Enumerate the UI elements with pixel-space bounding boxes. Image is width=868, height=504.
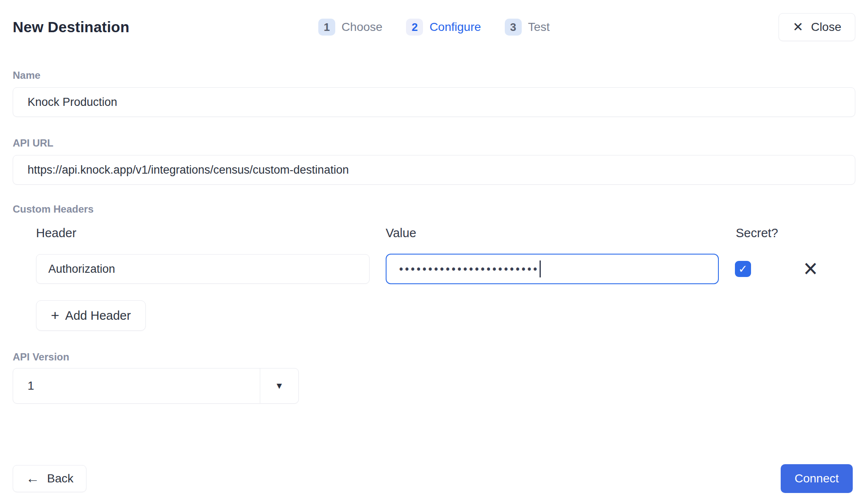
custom-header-row: •••••••••••••••••••••••• ✓ ✕ [36, 254, 855, 284]
connect-button[interactable]: Connect [781, 464, 853, 493]
step-test[interactable]: 3 Test [505, 19, 550, 36]
masked-secret-value: •••••••••••••••••••••••• [399, 264, 539, 274]
step-configure[interactable]: 2 Configure [406, 19, 481, 36]
remove-header-icon[interactable]: ✕ [803, 259, 818, 279]
back-button-label: Back [47, 472, 73, 485]
column-header-secret: Secret? [735, 226, 855, 240]
dialog-footer: ← Back Connect [13, 464, 853, 493]
back-button[interactable]: ← Back [13, 465, 86, 492]
api-version-arrow-area[interactable]: ▼ [260, 368, 298, 403]
step-indicator: 1 Choose 2 Configure 3 Test [318, 19, 550, 36]
column-header-value: Value [386, 226, 719, 240]
step-configure-label: Configure [429, 20, 481, 34]
api-version-value: 1 [13, 368, 260, 403]
custom-headers-table: Header Value Secret? •••••••••••••••••••… [36, 226, 855, 331]
step-choose-label: Choose [342, 20, 383, 34]
name-label: Name [13, 69, 855, 81]
name-input[interactable] [13, 87, 855, 117]
custom-headers-column-row: Header Value Secret? [36, 226, 855, 240]
checkmark-icon: ✓ [738, 263, 748, 276]
arrow-left-icon: ← [26, 471, 39, 485]
add-header-button[interactable]: + Add Header [36, 300, 146, 331]
add-header-label: Add Header [65, 309, 131, 323]
step-test-label: Test [528, 20, 550, 34]
custom-headers-label: Custom Headers [13, 203, 855, 215]
step-choose[interactable]: 1 Choose [318, 19, 383, 36]
plus-icon: + [51, 308, 59, 322]
step-configure-number: 2 [406, 19, 423, 36]
column-header-header: Header [36, 226, 370, 240]
close-button-label: Close [811, 20, 841, 34]
secret-checkbox[interactable]: ✓ [735, 261, 751, 277]
header-value-input[interactable]: •••••••••••••••••••••••• [386, 254, 719, 284]
api-url-label: API URL [13, 137, 855, 149]
page-title: New Destination [13, 19, 129, 36]
new-destination-dialog: New Destination 1 Choose 2 Configure 3 T… [0, 0, 868, 504]
header-name-input[interactable] [36, 254, 370, 284]
api-url-input[interactable] [13, 155, 855, 185]
api-version-label: API Version [13, 351, 855, 363]
close-button[interactable]: ✕ Close [779, 13, 855, 41]
text-cursor [540, 260, 541, 277]
api-version-select[interactable]: 1 ▼ [13, 368, 299, 404]
step-test-number: 3 [505, 19, 522, 36]
chevron-down-icon: ▼ [275, 381, 284, 391]
close-icon: ✕ [793, 21, 803, 33]
secret-cell: ✓ ✕ [735, 260, 855, 278]
dialog-header: New Destination 1 Choose 2 Configure 3 T… [13, 0, 855, 42]
step-choose-number: 1 [318, 19, 335, 36]
